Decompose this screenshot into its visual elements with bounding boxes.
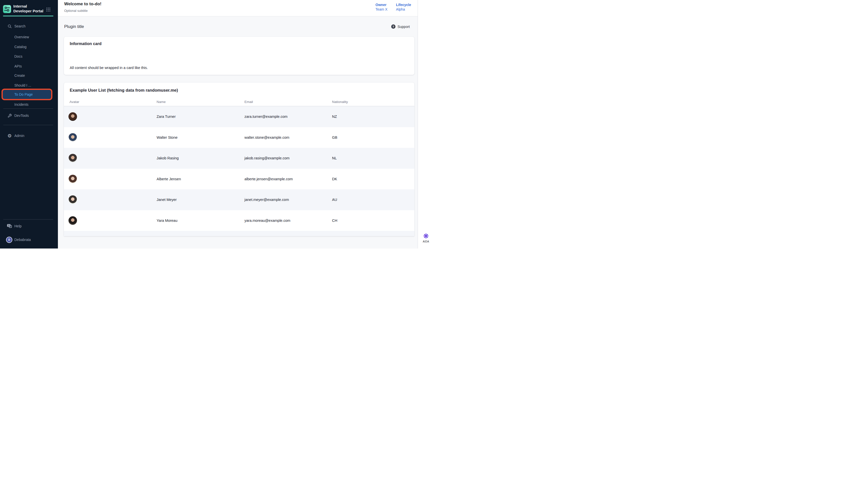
- user-name: Zara Turner: [157, 115, 244, 118]
- information-card: Information card All content should be w…: [64, 37, 414, 75]
- sidebar-item-label: Create: [14, 73, 25, 77]
- avatar-cell: [64, 216, 157, 225]
- user-list-card: Example User List (fetching data from ra…: [64, 83, 414, 236]
- sidebar-item-create[interactable]: Create: [0, 72, 58, 79]
- table-row: Janet Meyer janet.meyer@example.com AU: [64, 189, 414, 210]
- information-card-title: Information card: [70, 42, 408, 46]
- avatar-cell: [64, 133, 157, 142]
- avatar-cell: [64, 175, 157, 183]
- sidebar: Internal Developer Portal Search Overvie…: [0, 0, 58, 248]
- user-email: janet.meyer@example.com: [244, 198, 332, 202]
- sidebar-item-overview[interactable]: Overview: [0, 33, 58, 41]
- sidebar-item-apis[interactable]: APIs: [0, 62, 58, 70]
- sidebar-item-docs[interactable]: Docs: [0, 53, 58, 60]
- page-header: Welcome to to-do! Optional subtitle Owne…: [58, 0, 418, 16]
- gear-icon: ⚙: [7, 133, 12, 138]
- column-header-email: Email: [244, 100, 332, 106]
- user-avatar-image: [69, 216, 77, 225]
- user-avatar-image: [69, 154, 77, 162]
- sidebar-item-label: Should I ...: [14, 83, 31, 87]
- portal-logo-icon[interactable]: [3, 5, 11, 13]
- table-header-row: Avatar Name Email Nationality: [64, 96, 414, 106]
- search-icon: [7, 24, 12, 28]
- sidebar-item-label: Catalog: [14, 45, 26, 49]
- user-name: Janet Meyer: [157, 198, 244, 202]
- page-subtitle: Optional subtitle: [64, 9, 88, 13]
- sidebar-divider: [3, 125, 53, 125]
- support-button[interactable]: ? Support: [391, 25, 410, 29]
- aida-flower-icon: ❋: [418, 233, 434, 239]
- sidebar-divider: [3, 109, 53, 109]
- sidebar-item-label: Docs: [14, 54, 23, 58]
- user-nationality: AU: [332, 198, 414, 202]
- lifecycle-label: Lifecycle: [396, 3, 411, 7]
- user-nationality: DK: [332, 177, 414, 181]
- wrench-icon: [7, 113, 12, 118]
- table-row: Jakob Rasing jakob.rasing@example.com NL: [64, 148, 414, 169]
- sidebar-item-devtools[interactable]: DevTools: [0, 112, 58, 119]
- sidebar-item-label: Help: [14, 224, 21, 228]
- user-nationality: NL: [332, 156, 414, 160]
- user-name-label: Debabrata: [14, 238, 31, 242]
- user-list-title: Example User List (fetching data from ra…: [64, 83, 414, 96]
- owner-meta: Owner Team X: [376, 3, 388, 11]
- owner-label: Owner: [376, 3, 388, 7]
- main-area: Welcome to to-do! Optional subtitle Owne…: [58, 0, 418, 248]
- sidebar-item-todo-page-highlighted[interactable]: To Do Page: [1, 89, 52, 100]
- sidebar-item-should-i[interactable]: Should I ...: [0, 82, 58, 89]
- owner-link[interactable]: Team X: [376, 7, 388, 11]
- user-avatar-image: [69, 175, 77, 183]
- user-avatar: D: [6, 237, 12, 243]
- user-email: zara.turner@example.com: [244, 115, 332, 118]
- user-nationality: CH: [332, 218, 414, 223]
- right-rail: ❋ AIDA: [418, 0, 434, 248]
- table-row: Alberte Jensen alberte.jensen@example.co…: [64, 169, 414, 189]
- portal-title: Internal Developer Portal: [13, 4, 46, 13]
- sidebar-item-user-profile[interactable]: D Debabrata: [0, 236, 58, 243]
- table-row: Walter Stone walter.stone@example.com GB: [64, 127, 414, 148]
- sidebar-item-help[interactable]: ? Help: [0, 222, 58, 230]
- user-nationality: GB: [332, 136, 414, 140]
- table-body: Zara Turner zara.turner@example.com NZ W…: [64, 106, 414, 236]
- help-chat-icon: ?: [7, 224, 11, 228]
- user-avatar-image: [69, 195, 77, 204]
- user-email: walter.stone@example.com: [244, 136, 332, 140]
- sidebar-item-incidents[interactable]: Incidents: [0, 101, 58, 108]
- aida-label: AIDA: [418, 240, 434, 243]
- avatar-cell: [64, 154, 157, 162]
- aida-widget-button[interactable]: ❋ AIDA: [418, 233, 434, 243]
- avatar-cell: [64, 195, 157, 204]
- avatar-cell: [64, 112, 157, 121]
- sidebar-accent-divider: [3, 16, 53, 16]
- user-name: Yara Moreau: [157, 218, 244, 223]
- sidebar-item-label: DevTools: [14, 114, 29, 117]
- sidebar-item-label: Incidents: [14, 102, 28, 106]
- lifecycle-link[interactable]: Alpha: [396, 7, 411, 11]
- app-root: Internal Developer Portal Search Overvie…: [0, 0, 434, 248]
- information-card-body: All content should be wrapped in a card …: [70, 66, 408, 70]
- column-header-avatar: Avatar: [64, 100, 157, 106]
- content-header: Plugin title ? Support: [64, 16, 414, 37]
- column-header-name: Name: [157, 100, 244, 106]
- lifecycle-meta: Lifecycle Alpha: [396, 3, 411, 11]
- user-email: alberte.jensen@example.com: [244, 177, 332, 181]
- user-name: Walter Stone: [157, 136, 244, 140]
- sidebar-divider: [3, 219, 53, 219]
- user-avatar-image: [69, 112, 77, 121]
- sidebar-item-catalog[interactable]: Catalog: [0, 43, 58, 51]
- plugin-title: Plugin title: [64, 24, 84, 29]
- table-row: Yara Moreau yara.moreau@example.com CH: [64, 210, 414, 231]
- sidebar-item-search[interactable]: Search: [0, 23, 58, 30]
- sidebar-item-label: Admin: [14, 134, 25, 138]
- user-email: yara.moreau@example.com: [244, 218, 332, 223]
- user-name: Jakob Rasing: [157, 156, 244, 160]
- user-avatar-image: [69, 133, 77, 142]
- sidebar-item-label: APIs: [14, 64, 22, 68]
- page-content: Plugin title ? Support Information card …: [58, 16, 418, 248]
- support-label: Support: [397, 25, 410, 29]
- search-label: Search: [14, 24, 26, 28]
- sidebar-item-admin[interactable]: ⚙ Admin: [0, 132, 58, 140]
- user-email: jakob.rasing@example.com: [244, 156, 332, 160]
- sidebar-item-label: Overview: [14, 35, 29, 39]
- apps-grid-icon[interactable]: [46, 7, 51, 12]
